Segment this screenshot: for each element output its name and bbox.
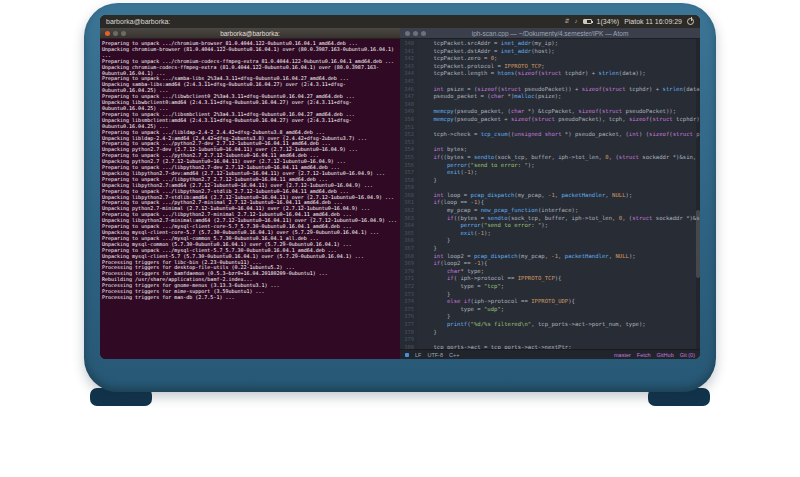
line-number: 380 <box>400 344 414 349</box>
line-number: 352 <box>400 131 414 139</box>
code-line: type = "tcp"; <box>420 283 700 291</box>
status-item[interactable]: C++ <box>449 352 459 358</box>
line-number: 345 <box>400 78 414 86</box>
line-number: 368 <box>400 253 414 261</box>
line-number: 373 <box>400 291 414 299</box>
minimize-icon[interactable] <box>113 31 118 36</box>
code-line: printf("%d/%s filtered\n", tcp_ports->ac… <box>420 321 700 329</box>
code-line: exit(-1); <box>420 169 700 177</box>
line-number: 379 <box>400 336 414 344</box>
code-line: my_pcap = new_pcap_function(interface); <box>420 207 700 215</box>
battery-percent[interactable]: 1(34%) <box>597 15 620 28</box>
status-item[interactable]: Fetch <box>637 352 651 358</box>
line-number: 343 <box>400 63 414 71</box>
status-item[interactable]: master <box>614 352 631 358</box>
code-line: } <box>420 177 700 185</box>
code-line: } <box>420 245 700 253</box>
clock[interactable]: Piatok 11 16:09:29 <box>624 15 682 28</box>
line-number: 344 <box>400 70 414 78</box>
code-line <box>420 336 700 344</box>
code-line <box>420 101 700 109</box>
terminal-window: barborka@barborka: Preparing to unpack .… <box>100 28 400 359</box>
code-line: if( iph->protocol == IPPROTO_TCP){ <box>420 275 700 283</box>
code-line: tcpPacket.length = htons(sizeof(struct t… <box>420 70 700 78</box>
code-line: perror("send to error: "); <box>420 222 700 230</box>
line-number: 365 <box>400 230 414 238</box>
code-line: pseudo_packet = (char *)malloc(psize); <box>420 93 700 101</box>
line-number: 353 <box>400 139 414 147</box>
terminal-title: barborka@barborka: <box>100 30 400 37</box>
editor-window: iph-scan.cpp — ~/Dokumenty/4.semester/IP… <box>400 28 700 359</box>
line-number: 362 <box>400 207 414 215</box>
code-line: } <box>420 237 700 245</box>
desktop: barborka@barborka: Preparing to unpack .… <box>100 28 700 359</box>
volume-icon[interactable]: ♪ <box>575 15 578 28</box>
line-number: 363 <box>400 215 414 223</box>
code-line: tcpPacket.protocol = IPPROTO_TCP; <box>420 63 700 71</box>
line-number: 351 <box>400 124 414 132</box>
line-number-gutter: 3403413423433443453463473483493503513523… <box>400 39 417 349</box>
code-line: tcph->check = tcp_csum((unsigned short *… <box>420 131 700 139</box>
code-line <box>420 139 700 147</box>
minimize-icon[interactable] <box>413 31 418 36</box>
line-number: 361 <box>400 199 414 207</box>
editor-scrollbar[interactable] <box>696 39 700 349</box>
code-line: } <box>420 329 700 337</box>
line-number: 367 <box>400 245 414 253</box>
code-line: int loop2 = pcap_dispatch(my_pcap, -1, p… <box>420 253 700 261</box>
code-line: if(loop2 == -1){ <box>420 260 700 268</box>
code-line: type = "udp"; <box>420 306 700 314</box>
editor-titlebar[interactable]: iph-scan.cpp — ~/Dokumenty/4.semester/IP… <box>400 28 700 39</box>
line-number: 366 <box>400 237 414 245</box>
terminal-line: Unpacking libsmbclient:amd64 (2:4.3.11+d… <box>102 118 398 130</box>
power-icon[interactable] <box>687 18 694 25</box>
network-icon[interactable]: ⇵ <box>565 15 570 28</box>
status-item[interactable]: Git (0) <box>680 352 695 358</box>
line-number: 348 <box>400 101 414 109</box>
line-number: 376 <box>400 313 414 321</box>
code-line: if((bytes = sendto(sock_tcp, buffer, iph… <box>420 154 700 162</box>
statusbar-left: LFUTF-8C++ <box>405 352 459 358</box>
maximize-icon[interactable] <box>421 31 426 36</box>
desktop-menubar: barborka@barborka: ⇵ ♪ 1(34%) Piatok 11 … <box>100 15 700 28</box>
terminal-line: Unpacking chromium-browser (81.0.4044.12… <box>102 47 398 59</box>
line-number: 357 <box>400 169 414 177</box>
code-line: char* type; <box>420 268 700 276</box>
code-line: int loop = pcap_dispatch(my_pcap, -1, pa… <box>420 192 700 200</box>
line-number: 358 <box>400 177 414 185</box>
line-number: 372 <box>400 283 414 291</box>
line-number: 369 <box>400 260 414 268</box>
code-line: perror("send to error: "); <box>420 162 700 170</box>
code-area[interactable]: tcpPacket.srcAddr = inet_addr(my_ip); tc… <box>417 39 700 349</box>
code-line: int bytes; <box>420 146 700 154</box>
code-line: tcpPacket.zero = 0; <box>420 55 700 63</box>
code-line: exit(-1); <box>420 230 700 238</box>
code-editor[interactable]: 3403413423433443453463473483493503513523… <box>400 39 700 349</box>
close-icon[interactable] <box>405 31 410 36</box>
menubar-window-title: barborka@barborka: <box>106 15 170 28</box>
code-line: tcpPacket.dstAddr = inet_addr(host); <box>420 48 700 56</box>
line-number: 347 <box>400 93 414 101</box>
update-icon[interactable] <box>405 353 409 357</box>
line-number: 356 <box>400 162 414 170</box>
line-number: 378 <box>400 329 414 337</box>
statusbar-right: masterFetchGitHubGit (0) <box>614 352 695 358</box>
line-number: 341 <box>400 48 414 56</box>
status-item[interactable]: UTF-8 <box>427 352 443 358</box>
line-number: 349 <box>400 108 414 116</box>
line-number: 370 <box>400 268 414 276</box>
terminal-output[interactable]: Preparing to unpack .../chromium-browser… <box>100 39 400 359</box>
code-line <box>420 78 700 86</box>
status-item[interactable]: GitHub <box>657 352 674 358</box>
maximize-icon[interactable] <box>121 31 126 36</box>
line-number: 364 <box>400 222 414 230</box>
close-icon[interactable] <box>105 31 110 36</box>
line-number: 375 <box>400 306 414 314</box>
status-item[interactable]: LF <box>415 352 421 358</box>
battery-icon[interactable] <box>583 19 592 24</box>
editor-statusbar: LFUTF-8C++ masterFetchGitHubGit (0) <box>400 349 700 359</box>
terminal-line: Processing triggers for man-db (2.7.5-1)… <box>102 295 398 301</box>
terminal-titlebar[interactable]: barborka@barborka: <box>100 28 400 39</box>
scrollbar-thumb[interactable] <box>696 210 700 278</box>
code-line: if(loop == -1){ <box>420 199 700 207</box>
